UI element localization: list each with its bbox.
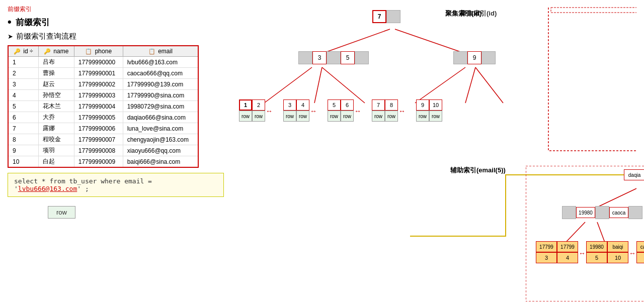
leaf-2: 2 (252, 99, 265, 111)
bottom-root-node: daqia (624, 168, 644, 181)
table-cell: 8 (8, 134, 38, 145)
svg-line-4 (322, 67, 365, 103)
num-5: 5 (586, 252, 607, 263)
row-box-9: row (416, 111, 429, 122)
arrow-bottom-2: ↔ (629, 247, 636, 257)
page-title: 前缀索引 (8, 5, 224, 14)
table-cell: 7 (8, 123, 38, 134)
col-name: 🔑 name (38, 46, 74, 57)
val-9: 9 (467, 51, 481, 64)
row-box-8: row (385, 111, 398, 122)
svg-line-7 (475, 67, 503, 103)
arrow-bottom-1: ↔ (579, 247, 586, 257)
table-cell: 赵云 (38, 79, 74, 90)
leaf-5: 5 (328, 99, 341, 111)
svg-rect-8 (551, 8, 636, 13)
table-cell: 项羽 (38, 145, 74, 156)
table-cell: xiaoyu666@qq.com (123, 145, 198, 156)
table-cell: 5 (8, 101, 38, 112)
heading-text: 前缀索引 (16, 17, 50, 28)
num-10: 10 (607, 252, 628, 263)
table-cell: 17799990007 (74, 134, 123, 145)
leaf-group-5-6: 5 6 row row ↔ (328, 99, 362, 122)
ptr (595, 206, 609, 219)
leaf-1: 1 (239, 99, 252, 111)
leaf-6: 6 (341, 99, 354, 111)
leaf-3: 3 (283, 99, 296, 111)
val-caoca: caoca (609, 207, 628, 218)
ptr-right (355, 51, 369, 64)
table-cell: 花木兰 (38, 101, 74, 112)
ptr (562, 206, 576, 219)
svg-line-6 (465, 67, 475, 103)
section-heading: 前缀索引 (8, 16, 224, 29)
bottom-leaf-19980: 19980 baiqi 5 10 ↔ (586, 241, 636, 263)
num-4: 4 (557, 252, 578, 263)
ptr-left (298, 51, 312, 64)
key-19980: 19980 (586, 241, 607, 252)
table-cell: 3 (8, 79, 38, 90)
arrow-7-8: ↔ (398, 106, 406, 115)
leaf-4: 4 (296, 99, 309, 111)
val-19980: 19980 (576, 207, 595, 218)
key-17799-2: 17799 (557, 241, 578, 252)
right-panel: 聚集索引(id) 7 聚集索引(id) 3 5 9 1 (224, 5, 636, 303)
table-cell: 露娜 (38, 123, 74, 134)
row-box-3: row (283, 111, 296, 122)
leaf-10: 10 (429, 99, 442, 111)
num-2: 2 (636, 252, 644, 263)
key-baiqi: baiqi (607, 241, 628, 252)
arrow-3-4: ↔ (310, 106, 317, 115)
table-cell: 孙悟空 (38, 90, 74, 101)
leaf-8: 8 (385, 99, 398, 111)
table-cell: 1 (8, 57, 38, 68)
table-cell: 程咬金 (38, 134, 74, 145)
root-cell-ptr (386, 10, 400, 23)
svg-line-3 (314, 67, 322, 103)
row-box-7: row (372, 111, 385, 122)
sql-query-box: select * from tb_user where email = 'lvb… (8, 173, 224, 197)
bottom-leaf-caoca: caoca cheng 2 8 ↔ (636, 241, 644, 263)
leaf-group-1-2: 1 2 row row ↔ (239, 99, 273, 122)
bottom-node-l2-left: 19980 caoca (562, 206, 642, 219)
secondary-label-text: 辅助索引(email(5)) (450, 166, 506, 175)
row-box-4: row (296, 111, 309, 122)
col-id: 🔑 id ÷ (8, 46, 38, 57)
arrow-1-2: ↔ (266, 106, 273, 115)
table-cell: 17799990008 (74, 145, 123, 156)
subtitle-text: 前缀索引查询流程 (16, 32, 76, 41)
row-box-5: row (328, 111, 341, 122)
leaf-group-7-8: 7 8 row row ↔ (372, 99, 406, 122)
ptr (628, 206, 642, 219)
node-3-5: 3 5 (298, 51, 369, 64)
table-cell: 17799990001 (74, 68, 123, 79)
sql-highlight: lvbu666@163.com (18, 185, 77, 192)
bottom-bracket-svg (526, 166, 644, 301)
table-cell: 2 (8, 68, 38, 79)
svg-line-5 (415, 67, 465, 103)
val-3: 3 (312, 51, 327, 64)
table-cell: 大乔 (38, 112, 74, 123)
table-cell: 10 (8, 156, 38, 168)
ptr-mid (327, 51, 341, 64)
table-cell: chengyaojin@163.com (123, 134, 198, 145)
key-17799-1: 17799 (536, 241, 557, 252)
ptr-left (453, 51, 467, 64)
root-cell-val: 7 (372, 10, 386, 23)
table-cell: daqiao666@sina.com (123, 112, 198, 123)
row-box-1: row (239, 111, 252, 122)
table-cell: 17799990009 (74, 156, 123, 168)
ptr-right (481, 51, 496, 64)
row-box-6: row (341, 111, 354, 122)
table-cell: 4 (8, 90, 38, 101)
root-daqia-val: daqia (624, 169, 644, 180)
table-cell: 17799990000 (74, 57, 123, 68)
table-cell: caocao666@qq.com (123, 68, 198, 79)
table-cell: luna_love@sina.com (123, 123, 198, 134)
col-email: 📋 email (123, 46, 198, 57)
table-cell: lvbu666@163.com (123, 57, 198, 68)
root-node: 7 (372, 10, 400, 23)
table-cell: 17799990004 (74, 101, 123, 112)
node-9: 9 (453, 51, 496, 64)
table-cell: 白起 (38, 156, 74, 168)
